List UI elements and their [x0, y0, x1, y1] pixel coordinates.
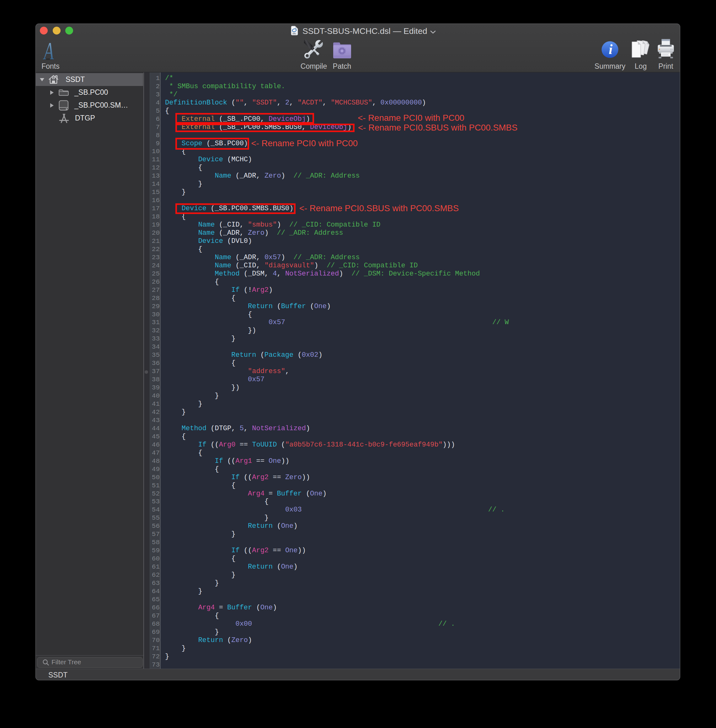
svg-text:i: i: [609, 42, 613, 57]
svg-text:A: A: [43, 42, 54, 60]
svg-text:DSL: DSL: [293, 33, 296, 35]
